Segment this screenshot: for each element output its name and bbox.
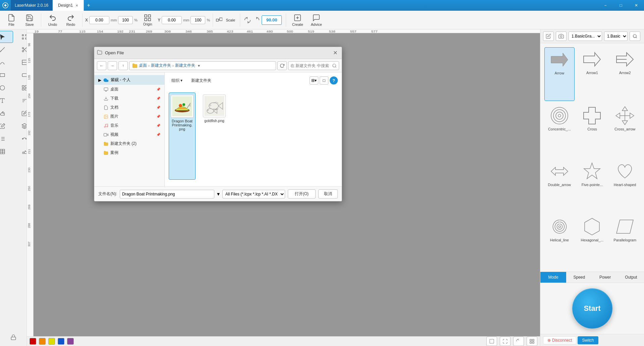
- canvas-main[interactable]: Open File ✕ ← → ↑ 桌面 › 新建: [34, 33, 540, 336]
- shape-arrow2[interactable]: Arrow2: [610, 47, 640, 101]
- view-toggle-button[interactable]: ⊞▾: [310, 76, 318, 84]
- shape-five-pointed[interactable]: Five-pointe...: [577, 159, 607, 212]
- erase-tool[interactable]: [0, 107, 13, 119]
- circle-tool[interactable]: [0, 82, 13, 94]
- search-input[interactable]: [290, 63, 331, 68]
- w-pct-input[interactable]: [118, 16, 133, 24]
- help-button[interactable]: ?: [330, 76, 338, 84]
- nav-forward-button[interactable]: →: [108, 61, 117, 70]
- y-input[interactable]: [162, 16, 182, 24]
- maximize-button[interactable]: □: [613, 0, 629, 11]
- save-button[interactable]: Save: [21, 12, 38, 28]
- sidebar-music[interactable]: 音乐 📌: [94, 121, 164, 130]
- sidebar-desktop[interactable]: 桌面 📌: [94, 85, 164, 94]
- select-area-button[interactable]: [486, 337, 497, 346]
- start-button[interactable]: Start: [572, 288, 612, 329]
- panel-camera-button[interactable]: [556, 32, 567, 41]
- tab-mode[interactable]: Mode: [540, 272, 566, 283]
- rotate-view-button[interactable]: [513, 337, 524, 346]
- open-button[interactable]: 打开(O): [288, 189, 316, 198]
- switch-button[interactable]: Switch: [578, 336, 598, 344]
- nav-up-button[interactable]: ↑: [118, 61, 128, 70]
- shape-cross-arrow[interactable]: Cross_arrow: [610, 104, 640, 157]
- lock-button[interactable]: [3, 331, 24, 343]
- tab-power[interactable]: Power: [592, 272, 618, 283]
- rect-tool[interactable]: [0, 69, 13, 81]
- shape-search-button[interactable]: [630, 32, 640, 41]
- new-folder-button[interactable]: 新建文件夹: [188, 77, 215, 84]
- measure-tool[interactable]: [14, 146, 27, 158]
- redo-button[interactable]: Redo: [62, 12, 79, 28]
- refresh-button[interactable]: [277, 61, 287, 70]
- x-input[interactable]: [89, 16, 109, 24]
- shape-arrow1[interactable]: Arrow1: [577, 47, 607, 101]
- sidebar-cloud-section[interactable]: ▶ 紫砚 - 个人: [94, 75, 164, 85]
- color-purple[interactable]: [67, 338, 74, 345]
- preview-toggle-button[interactable]: □: [320, 76, 328, 84]
- sidebar-downloads[interactable]: 下载 📌: [94, 94, 164, 103]
- breadcrumb-folder2[interactable]: 新建文件夹: [175, 63, 195, 68]
- breadcrumb-bar[interactable]: 桌面 › 新建文件夹 › 新建文件夹 ▾: [129, 61, 276, 70]
- tab-speed[interactable]: Speed: [566, 272, 592, 283]
- arrange-tool[interactable]: [0, 133, 13, 145]
- zoom-fit-button[interactable]: [500, 337, 511, 346]
- grid-tool[interactable]: [14, 82, 27, 94]
- shape-cross[interactable]: Cross: [577, 104, 607, 157]
- text2-tool[interactable]: [14, 95, 27, 107]
- file-item-dragon-boat[interactable]: Dragon Boat Printmaking.png: [169, 93, 196, 180]
- new-tab-button[interactable]: +: [84, 2, 93, 8]
- breadcrumb-folder1[interactable]: 新建文件夹: [151, 63, 171, 68]
- file-item-goldfish[interactable]: goldfish.png: [201, 93, 228, 180]
- table-tool[interactable]: [0, 146, 13, 158]
- shape-parallelogram[interactable]: Parallelogram: [610, 215, 640, 268]
- nav-back-button[interactable]: ←: [97, 61, 106, 70]
- tab-output[interactable]: Output: [618, 272, 644, 283]
- text-tool[interactable]: [0, 95, 13, 107]
- fill-tool[interactable]: [0, 120, 13, 132]
- sidebar-cases[interactable]: 案例: [94, 148, 164, 157]
- shape-category-select[interactable]: 1.BasicGra...: [569, 32, 602, 41]
- shape-hexagonal[interactable]: Hexagonal_...: [577, 215, 607, 268]
- shape-helical[interactable]: Helical_line: [544, 215, 575, 268]
- design-tab-close[interactable]: ✕: [75, 4, 78, 7]
- sidebar-new-folder-2[interactable]: 新建文件夹 (2): [94, 139, 164, 148]
- pen-tool[interactable]: [0, 44, 13, 56]
- cut-tool[interactable]: [14, 44, 27, 56]
- h-pct-input[interactable]: [191, 16, 205, 24]
- select-tool[interactable]: [0, 31, 13, 43]
- close-button[interactable]: ✕: [629, 0, 644, 11]
- organize-button[interactable]: 组织 ▾: [169, 77, 185, 84]
- color-blue[interactable]: [58, 338, 64, 345]
- curve-tool[interactable]: [0, 56, 13, 68]
- color-red[interactable]: [30, 338, 36, 345]
- file-type-select[interactable]: All Files (*.lcpx *.lcp *.AI *.DX: [222, 190, 285, 198]
- disconnect-button[interactable]: ⊗ Disconnect: [543, 336, 576, 344]
- shape-sub-select[interactable]: 1.Basic: [604, 32, 628, 41]
- create-button[interactable]: Create: [289, 12, 306, 28]
- cancel-button[interactable]: 取消: [318, 189, 338, 198]
- shape-concentric[interactable]: Concentric_...: [544, 104, 575, 157]
- minimize-button[interactable]: −: [598, 0, 613, 11]
- trim-tool[interactable]: [14, 56, 27, 68]
- undo-button[interactable]: Undo: [44, 12, 61, 28]
- grid-view-button[interactable]: [527, 337, 537, 346]
- layers-tool[interactable]: [14, 120, 27, 132]
- path-tool[interactable]: [14, 133, 27, 145]
- sidebar-videos[interactable]: 视频 📌: [94, 130, 164, 139]
- breadcrumb-root[interactable]: 桌面: [139, 63, 147, 68]
- shape-arrow[interactable]: Arrow: [544, 47, 575, 101]
- advice-button[interactable]: Advice: [308, 12, 325, 28]
- node-tool[interactable]: [14, 31, 27, 43]
- file-button[interactable]: File: [3, 12, 20, 28]
- dialog-close-button[interactable]: ✕: [331, 49, 339, 57]
- edit-tool[interactable]: [14, 107, 27, 119]
- design-tab[interactable]: Design1 ✕: [53, 0, 84, 11]
- rotate-input[interactable]: [262, 15, 282, 25]
- sidebar-pictures[interactable]: 图片 📌: [94, 112, 164, 121]
- shape-heart[interactable]: Heart-shaped: [610, 159, 640, 212]
- origin-button[interactable]: Origin: [140, 13, 155, 27]
- panel-edit-button[interactable]: [543, 32, 554, 41]
- breadcrumb-dropdown[interactable]: ▾: [198, 63, 200, 68]
- rect2-tool[interactable]: [14, 69, 27, 81]
- scale-button[interactable]: Scale: [224, 13, 237, 27]
